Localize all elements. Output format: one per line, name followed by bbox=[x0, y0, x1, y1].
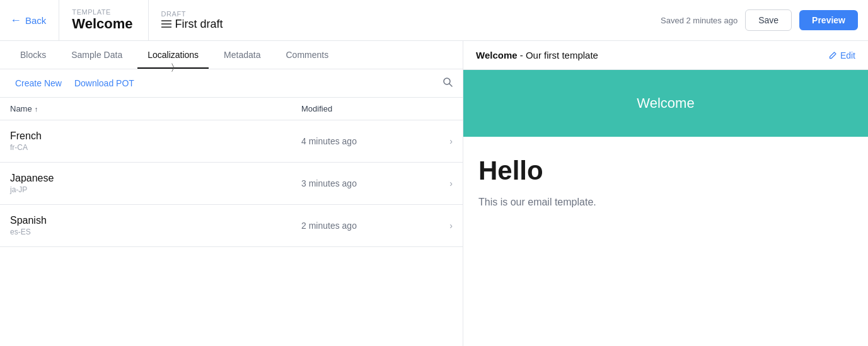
tab-sample-data[interactable]: Sample Data bbox=[61, 41, 132, 69]
row-lang-code: es-ES bbox=[10, 228, 301, 236]
template-label: TEMPLATE bbox=[72, 8, 132, 16]
tabs-bar: Blocks Sample Data Localizations 〉 Metad… bbox=[0, 41, 463, 69]
row-modified: 4 minutes ago bbox=[301, 136, 427, 146]
edit-label: Edit bbox=[840, 50, 855, 61]
draft-name-row: First draft bbox=[161, 18, 223, 31]
preview-title-bold: Welcome bbox=[476, 50, 518, 61]
email-heading: Hello bbox=[478, 156, 853, 186]
sort-asc-icon: ↑ bbox=[35, 105, 38, 113]
hamburger-icon[interactable] bbox=[161, 20, 171, 28]
row-name-col: Japanese ja-JP bbox=[10, 173, 301, 194]
header: ← Back TEMPLATE Welcome DRAFT First draf… bbox=[0, 0, 868, 41]
table-row[interactable]: Japanese ja-JP 3 minutes ago › bbox=[0, 163, 463, 205]
download-pot-button[interactable]: Download POT bbox=[69, 76, 139, 91]
cursor-icon: 〉 bbox=[171, 62, 175, 72]
row-chevron-icon: › bbox=[427, 221, 453, 231]
tab-comments[interactable]: Comments bbox=[275, 41, 339, 69]
back-arrow-icon: ← bbox=[10, 14, 21, 27]
create-new-button[interactable]: Create New bbox=[10, 76, 67, 91]
row-lang-code: ja-JP bbox=[10, 185, 301, 194]
search-icon bbox=[443, 77, 453, 87]
tab-metadata[interactable]: Metadata bbox=[214, 41, 270, 69]
back-label: Back bbox=[25, 15, 46, 26]
table-row[interactable]: Spanish es-ES 2 minutes ago › bbox=[0, 205, 463, 247]
save-button[interactable]: Save bbox=[745, 9, 792, 31]
row-lang-name: French bbox=[10, 130, 301, 142]
main-content: Blocks Sample Data Localizations 〉 Metad… bbox=[0, 41, 868, 346]
col-name-header[interactable]: Name ↑ bbox=[10, 104, 301, 113]
edit-button[interactable]: Edit bbox=[828, 50, 855, 61]
table-row[interactable]: French fr-CA 4 minutes ago › bbox=[0, 120, 463, 163]
email-hero: Welcome bbox=[463, 70, 868, 137]
table-header: Name ↑ Modified bbox=[0, 98, 463, 120]
row-modified: 3 minutes ago bbox=[301, 178, 427, 188]
header-divider bbox=[59, 0, 59, 41]
email-body-text: This is our email template. bbox=[478, 195, 853, 210]
row-chevron-icon: › bbox=[427, 136, 453, 146]
row-modified: 2 minutes ago bbox=[301, 221, 427, 231]
search-button[interactable] bbox=[443, 77, 453, 89]
col-arrow-header bbox=[427, 104, 453, 113]
row-chevron-icon: › bbox=[427, 178, 453, 188]
back-button[interactable]: ← Back bbox=[10, 14, 59, 27]
row-name-col: Spanish es-ES bbox=[10, 215, 301, 236]
email-content: Hello This is our email template. bbox=[463, 137, 868, 229]
header-right: Saved 2 minutes ago Save Preview bbox=[661, 9, 858, 31]
row-lang-code: fr-CA bbox=[10, 143, 301, 152]
template-info: TEMPLATE Welcome bbox=[72, 0, 148, 41]
tab-localizations[interactable]: Localizations 〉 bbox=[137, 41, 209, 69]
right-panel: Welcome - Our first template Edit Welcom… bbox=[463, 41, 868, 346]
col-modified-header: Modified bbox=[301, 104, 427, 113]
draft-label: DRAFT bbox=[161, 10, 223, 18]
template-name: Welcome bbox=[72, 16, 132, 32]
left-panel: Blocks Sample Data Localizations 〉 Metad… bbox=[0, 41, 463, 346]
preview-header: Welcome - Our first template Edit bbox=[463, 41, 868, 70]
toolbar: Create New Download POT bbox=[0, 69, 463, 98]
preview-title: Welcome - Our first template bbox=[476, 50, 598, 61]
draft-name-text: First draft bbox=[175, 18, 223, 31]
table-rows: French fr-CA 4 minutes ago › Japanese ja… bbox=[0, 120, 463, 247]
email-hero-text: Welcome bbox=[637, 95, 694, 112]
tab-blocks[interactable]: Blocks bbox=[10, 41, 56, 69]
svg-line-1 bbox=[449, 84, 452, 86]
preview-title-rest: - Our first template bbox=[518, 50, 598, 61]
preview-body: Welcome Hello This is our email template… bbox=[463, 70, 868, 346]
row-lang-name: Japanese bbox=[10, 173, 301, 184]
saved-status: Saved 2 minutes ago bbox=[661, 16, 738, 25]
pencil-icon bbox=[828, 51, 837, 60]
row-name-col: French fr-CA bbox=[10, 130, 301, 152]
draft-info: DRAFT First draft bbox=[161, 0, 223, 41]
preview-button[interactable]: Preview bbox=[799, 10, 858, 30]
row-lang-name: Spanish bbox=[10, 215, 301, 226]
col-name-label: Name bbox=[10, 104, 32, 113]
